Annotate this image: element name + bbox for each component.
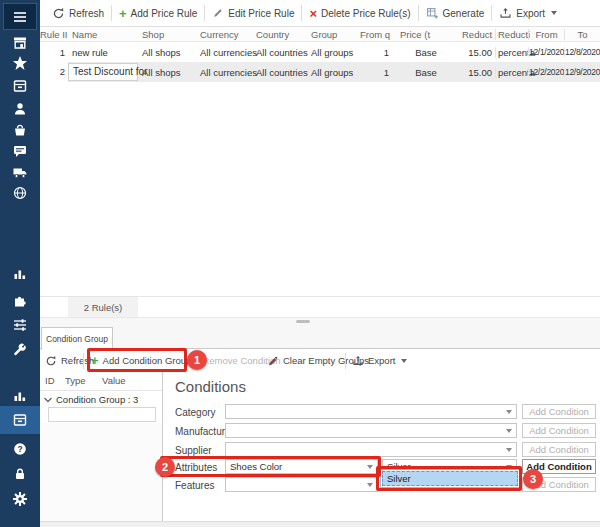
menu-icon [12, 9, 28, 25]
edit-price-rule-button[interactable]: Edit Price Rule [205, 1, 301, 25]
category-select[interactable] [225, 404, 517, 419]
refresh-button[interactable]: Refresh [45, 1, 111, 25]
supplier-select[interactable] [225, 442, 517, 457]
sidebar-item-tools[interactable] [0, 340, 40, 360]
basket-icon [12, 122, 28, 138]
cell-from-q: 1 [360, 47, 392, 58]
sidebar-item-storefront[interactable] [0, 33, 40, 53]
sidebar-item-basket[interactable] [0, 120, 40, 140]
chevron-down-icon [367, 483, 373, 487]
col-header-from[interactable]: From [528, 29, 564, 40]
cell-from-date: 12/2/2020 [528, 67, 564, 77]
sidebar-item-price-rules[interactable] [0, 406, 40, 434]
export-icon [352, 355, 364, 367]
cell-currency: All currencies [196, 67, 252, 78]
sidebar-item-messages[interactable] [0, 141, 40, 161]
condition-empty-row[interactable] [48, 407, 156, 422]
edit-price-rule-label: Edit Price Rule [228, 8, 294, 19]
table-row-1[interactable]: 1 new rule All shops All currencies All … [40, 42, 600, 62]
sidebar-item-help[interactable]: ? [0, 439, 40, 459]
add-condition-attributes-button[interactable]: Add Condition [522, 459, 596, 474]
col-header-name[interactable]: Name [68, 29, 138, 40]
remove-x-icon: × [192, 355, 198, 367]
app-window: ? [0, 0, 600, 527]
cell-reducti: percenta [495, 47, 528, 58]
dropdown-option-silver[interactable]: Silver [382, 471, 518, 486]
panel-splitter[interactable] [40, 317, 600, 325]
tab-condition-group[interactable]: Condition Group [41, 327, 113, 350]
add-condition-group-button[interactable]: + Add Condition Group [91, 349, 191, 372]
condition-export-button[interactable]: Export [352, 349, 407, 372]
col-header-currency[interactable]: Currency [196, 29, 252, 40]
conditions-title: Conditions [175, 378, 246, 395]
col-header-type[interactable]: Type [65, 375, 86, 386]
star-icon [12, 55, 28, 71]
shipping-truck-icon [12, 164, 28, 180]
cell-rule-id: 2 [40, 62, 68, 82]
supplier-label: Supplier [175, 445, 212, 456]
manufacturer-select[interactable] [225, 423, 517, 438]
cell-name: new rule [68, 47, 138, 58]
features-select[interactable] [225, 477, 378, 492]
toolbar-separator [83, 353, 84, 369]
export-label: Export [516, 8, 545, 19]
add-condition-manufacturer-button[interactable]: Add Condition [522, 423, 596, 438]
generate-button[interactable]: Generate [419, 1, 492, 25]
cell-group: All groups [307, 47, 360, 58]
sidebar-item-stats[interactable] [0, 264, 40, 284]
add-condition-category-button[interactable]: Add Condition [522, 404, 596, 419]
add-price-rule-label: Add Price Rule [131, 8, 198, 19]
table-row-2-selected[interactable]: 2 Test Discount for All shops All curren… [40, 62, 600, 82]
attribute-value-dropdown: Silver [380, 469, 520, 488]
chevron-down-icon [506, 465, 512, 469]
delete-price-rule-button[interactable]: × Delete Price Rule(s) [302, 1, 417, 25]
attributes-select[interactable]: Shoes Color [225, 459, 378, 474]
col-header-reduct[interactable]: Reduct [460, 29, 495, 40]
sidebar-item-reports[interactable] [0, 386, 40, 406]
category-label: Category [175, 407, 216, 418]
sidebar-item-shipping[interactable] [0, 162, 40, 182]
chevron-down-icon [506, 448, 512, 452]
col-header-price[interactable]: Price (t [392, 29, 460, 40]
menu-button[interactable] [3, 3, 37, 30]
col-header-reducti[interactable]: Reducti [495, 29, 528, 40]
col-header-shop[interactable]: Shop [138, 29, 196, 40]
chevron-down-icon [506, 429, 512, 433]
condition-body: ID Type Value Condition Group : 3 Condit… [40, 372, 600, 527]
col-header-from-q[interactable]: From q [360, 29, 392, 40]
cell-reducti: percenta [495, 67, 528, 78]
tools-wrench-icon [12, 342, 28, 358]
conditions-panel: Conditions Category Add Condition Manufa… [163, 372, 600, 521]
col-header-to[interactable]: To [564, 29, 600, 40]
delete-price-rule-label: Delete Price Rule(s) [321, 8, 410, 19]
add-price-rule-button[interactable]: + Add Price Rule [112, 1, 204, 25]
condition-refresh-button[interactable]: Refresh [45, 349, 94, 372]
price-rules-toolbar: Refresh + Add Price Rule Edit Price Rule… [40, 0, 600, 27]
col-header-group[interactable]: Group [307, 29, 360, 40]
sidebar-item-orders[interactable] [0, 76, 40, 96]
sidebar-item-settings[interactable] [0, 489, 40, 509]
lock-icon [12, 466, 28, 482]
condition-group-node[interactable]: Condition Group : 3 [40, 392, 162, 407]
cell-shop: All shops [138, 67, 196, 78]
refresh-label: Refresh [61, 355, 94, 366]
sidebar: ? [0, 0, 40, 527]
col-header-rule-id[interactable]: Rule II [40, 29, 68, 40]
col-header-value[interactable]: Value [102, 375, 126, 386]
refresh-icon [52, 7, 65, 20]
sidebar-item-addons[interactable] [0, 290, 40, 310]
export-button[interactable]: Export [492, 1, 564, 25]
cell-name-editing[interactable]: Test Discount for [68, 63, 138, 81]
sidebar-item-favorites[interactable] [0, 53, 40, 73]
col-header-id[interactable]: ID [45, 375, 55, 386]
sidebar-item-international[interactable] [0, 183, 40, 203]
sidebar-item-customers[interactable] [0, 99, 40, 119]
plus-icon: + [91, 354, 99, 367]
col-header-country[interactable]: Country [252, 29, 307, 40]
add-condition-supplier-button[interactable]: Add Condition [522, 442, 596, 457]
cell-currency: All currencies [196, 47, 252, 58]
add-condition-features-button[interactable]: Add Condition [522, 477, 596, 492]
sidebar-item-preferences[interactable] [0, 315, 40, 335]
sidebar-item-security[interactable] [0, 464, 40, 484]
cell-country: All countries [252, 47, 307, 58]
